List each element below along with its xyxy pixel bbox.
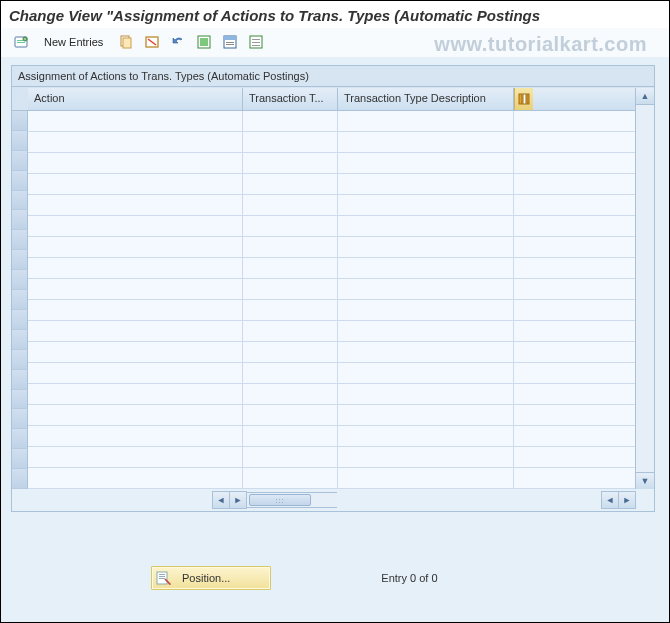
row-selector[interactable]	[12, 409, 28, 429]
row-selector[interactable]	[12, 449, 28, 469]
scroll-track[interactable]	[636, 105, 654, 472]
copy-as-icon[interactable]	[114, 30, 138, 54]
scroll-right-icon[interactable]: ►	[230, 491, 247, 509]
sap-window: Change View "Assignment of Actions to Tr…	[0, 0, 670, 623]
row-selector[interactable]	[12, 151, 28, 171]
svg-rect-12	[224, 36, 236, 40]
position-button[interactable]: Position...	[151, 566, 271, 590]
row-selector[interactable]	[12, 350, 28, 370]
scroll-left-icon[interactable]: ◄	[212, 491, 230, 509]
deselect-all-icon[interactable]	[244, 30, 268, 54]
new-entries-button[interactable]: New Entries	[35, 30, 112, 54]
row-selector[interactable]	[12, 111, 28, 131]
grid-main: Action Transaction T... Transaction Type…	[28, 88, 635, 489]
svg-rect-18	[252, 45, 260, 46]
vertical-scrollbar[interactable]: ▲ ▼	[635, 88, 654, 489]
row-selector[interactable]	[12, 191, 28, 211]
row-selector[interactable]	[12, 390, 28, 410]
scroll-left2-icon[interactable]: ◄	[601, 491, 619, 509]
delete-icon[interactable]	[140, 30, 164, 54]
svg-rect-16	[252, 39, 260, 40]
svg-rect-19	[519, 94, 522, 104]
row-selector[interactable]	[12, 370, 28, 390]
position-icon	[156, 570, 172, 586]
svg-rect-21	[527, 94, 529, 104]
row-header-column	[12, 88, 28, 489]
position-label: Position...	[182, 572, 230, 584]
scroll-up-icon[interactable]: ▲	[636, 88, 654, 105]
entry-counter: Entry 0 of 0	[381, 572, 437, 584]
svg-rect-5	[123, 38, 131, 48]
svg-rect-10	[200, 38, 208, 46]
row-selector[interactable]	[12, 310, 28, 330]
grid-header: Action Transaction T... Transaction Type…	[28, 88, 635, 111]
row-selector[interactable]	[12, 250, 28, 270]
hscroll-track[interactable]: :::	[247, 492, 337, 508]
row-selector[interactable]	[12, 230, 28, 250]
row-selector[interactable]	[12, 290, 28, 310]
row-selector[interactable]	[12, 469, 28, 489]
footer-row: Position... Entry 0 of 0	[1, 564, 669, 592]
scroll-down-icon[interactable]: ▼	[636, 472, 654, 489]
select-all-icon[interactable]	[192, 30, 216, 54]
configure-columns-icon[interactable]	[514, 88, 533, 110]
row-selector[interactable]	[12, 330, 28, 350]
grid: Action Transaction T... Transaction Type…	[12, 88, 654, 489]
row-selector[interactable]	[12, 210, 28, 230]
col-action[interactable]: Action	[28, 88, 243, 110]
grid-body[interactable]	[28, 111, 635, 489]
svg-rect-14	[226, 44, 234, 45]
svg-rect-25	[159, 578, 165, 579]
svg-rect-2	[17, 42, 25, 43]
other-view-icon[interactable]	[9, 30, 33, 54]
table-panel: Assignment of Actions to Trans. Types (A…	[11, 65, 655, 512]
svg-rect-23	[159, 574, 165, 575]
svg-rect-24	[159, 576, 165, 577]
undo-icon[interactable]	[166, 30, 190, 54]
svg-rect-13	[226, 42, 234, 43]
hscroll-thumb[interactable]: :::	[249, 494, 311, 506]
row-selector[interactable]	[12, 270, 28, 290]
horizontal-scrollbar: ◄ ► ::: ◄ ►	[12, 489, 654, 511]
row-selector[interactable]	[12, 171, 28, 191]
work-area: Assignment of Actions to Trans. Types (A…	[1, 57, 669, 622]
row-selector[interactable]	[12, 429, 28, 449]
page-title: Change View "Assignment of Actions to Tr…	[1, 1, 669, 28]
svg-rect-1	[17, 40, 23, 41]
svg-rect-20	[523, 94, 526, 104]
panel-title: Assignment of Actions to Trans. Types (A…	[12, 66, 654, 87]
col-transaction-desc[interactable]: Transaction Type Description	[338, 88, 514, 110]
row-selector[interactable]	[12, 131, 28, 151]
select-block-icon[interactable]	[218, 30, 242, 54]
svg-rect-17	[252, 42, 260, 43]
col-transaction-type[interactable]: Transaction T...	[243, 88, 338, 110]
scroll-right2-icon[interactable]: ►	[619, 491, 636, 509]
new-entries-label: New Entries	[44, 36, 103, 48]
svg-point-3	[23, 37, 27, 41]
